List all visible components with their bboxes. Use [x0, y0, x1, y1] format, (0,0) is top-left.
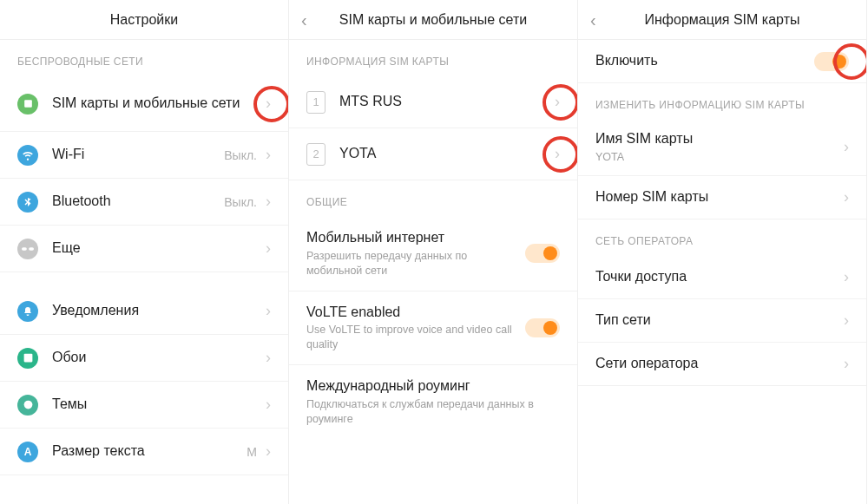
row-notifications[interactable]: Уведомления › [0, 288, 288, 335]
row-subtitle: Разрешить передачу данных по мобильной с… [306, 249, 525, 278]
header: ‹ Информация SIM карты [578, 0, 866, 40]
row-title: Включить [595, 52, 814, 70]
sim-info-panel: ‹ Информация SIM карты Включить ИЗМЕНИТЬ… [578, 0, 867, 504]
row-title: Еще [52, 239, 266, 258]
row-title: YOTA [339, 145, 555, 163]
chevron-right-icon: › [844, 311, 849, 330]
enable-toggle[interactable] [814, 52, 849, 71]
row-sim-number[interactable]: Номер SIM карты › [578, 176, 866, 219]
svg-rect-1 [22, 247, 27, 251]
text-icon: A [17, 442, 38, 462]
chevron-right-icon: › [844, 268, 849, 286]
svg-rect-2 [29, 247, 34, 251]
row-bluetooth[interactable]: Bluetooth Выкл. › [0, 179, 288, 226]
row-volte[interactable]: VoLTE enabled Use VoLTE to improve voice… [289, 291, 577, 366]
mobile-data-toggle[interactable] [525, 244, 560, 263]
sim2-icon: 2 [306, 143, 326, 166]
row-title: VoLTE enabled [306, 304, 525, 322]
bell-icon [17, 301, 38, 322]
section-general: ОБЩИЕ [289, 180, 577, 217]
row-sim2[interactable]: 2 YOTA › [289, 128, 577, 180]
back-button[interactable]: ‹ [301, 10, 307, 29]
row-wallpaper[interactable]: Обои › [0, 335, 288, 382]
row-subtitle: Подключаться к службам передачи данных в… [306, 397, 560, 427]
section-sim-info: ИНФОРМАЦИЯ SIM КАРТЫ [289, 40, 577, 76]
bluetooth-icon [17, 192, 38, 213]
chevron-right-icon: › [266, 95, 271, 113]
row-subtitle: Use VoLTE to improve voice and video cal… [306, 323, 525, 352]
header: Настройки [0, 0, 288, 40]
row-wifi[interactable]: Wi-Fi Выкл. › [0, 132, 288, 179]
row-themes[interactable]: Темы › [0, 382, 288, 429]
row-title: Мобильный интернет [306, 229, 525, 247]
row-title: Тип сети [595, 311, 844, 330]
chevron-right-icon: › [266, 442, 271, 461]
chevron-right-icon: › [266, 239, 271, 258]
chevron-right-icon: › [266, 146, 271, 164]
header-title: Информация SIM карты [645, 12, 800, 28]
row-title: Уведомления [52, 302, 266, 320]
row-sim1[interactable]: 1 MTS RUS › [289, 76, 577, 128]
section-edit-sim: ИЗМЕНИТЬ ИНФОРМАЦИЮ SIM КАРТЫ [578, 83, 866, 120]
row-title: Сети оператора [595, 355, 844, 373]
chevron-right-icon: › [844, 138, 849, 156]
section-operator: СЕТЬ ОПЕРАТОРА [578, 219, 866, 256]
row-operators[interactable]: Сети оператора › [578, 343, 866, 386]
themes-icon [17, 395, 38, 416]
row-value: Выкл. [224, 195, 257, 209]
header: ‹ SIM карты и мобильные сети [289, 0, 577, 40]
row-mobile-data[interactable]: Мобильный интернет Разрешить передачу да… [289, 217, 577, 291]
svg-rect-0 [24, 100, 32, 108]
settings-panel: Настройки БЕСПРОВОДНЫЕ СЕТИ SIM карты и … [0, 0, 289, 504]
row-sim-cards[interactable]: SIM карты и мобильные сети › [0, 76, 288, 132]
row-title: Международный роуминг [306, 377, 560, 396]
volte-toggle[interactable] [525, 318, 560, 337]
sim-networks-panel: ‹ SIM карты и мобильные сети ИНФОРМАЦИЯ … [289, 0, 578, 504]
row-title: Обои [52, 349, 266, 367]
chevron-right-icon: › [555, 145, 560, 163]
row-sim-name[interactable]: Имя SIM карты YOTA › [578, 120, 866, 176]
row-more[interactable]: Еще › [0, 226, 288, 272]
section-wireless: БЕСПРОВОДНЫЕ СЕТИ [0, 40, 288, 76]
row-title: Номер SIM карты [595, 188, 844, 206]
chevron-right-icon: › [266, 302, 271, 320]
chevron-right-icon: › [844, 355, 849, 373]
row-roaming[interactable]: Международный роуминг Подключаться к слу… [289, 365, 577, 439]
row-textsize[interactable]: A Размер текста M › [0, 429, 288, 475]
chevron-right-icon: › [844, 188, 849, 206]
wifi-icon [17, 145, 38, 166]
row-title: MTS RUS [339, 93, 555, 111]
row-title: Bluetooth [52, 193, 224, 211]
chevron-right-icon: › [266, 193, 271, 211]
row-subtitle: YOTA [595, 150, 844, 165]
chevron-right-icon: › [266, 396, 271, 414]
row-title: Точки доступа [595, 268, 844, 286]
sim1-icon: 1 [306, 91, 326, 114]
row-enable[interactable]: Включить [578, 40, 866, 83]
chevron-right-icon: › [266, 349, 271, 367]
chevron-right-icon: › [555, 93, 560, 111]
row-apn[interactable]: Точки доступа › [578, 256, 866, 299]
row-value: M [247, 445, 257, 459]
row-title: SIM карты и мобильные сети [52, 95, 266, 113]
header-title: SIM карты и мобильные сети [339, 12, 527, 28]
sim-icon [17, 94, 38, 115]
row-title: Wi-Fi [52, 146, 224, 164]
back-button[interactable]: ‹ [590, 10, 596, 29]
svg-point-4 [23, 401, 32, 409]
svg-rect-3 [23, 354, 32, 363]
link-icon [17, 239, 38, 259]
row-title: Темы [52, 396, 266, 414]
header-title: Настройки [110, 12, 178, 28]
row-value: Выкл. [224, 148, 257, 162]
row-title: Имя SIM карты [595, 130, 844, 148]
row-network-type[interactable]: Тип сети › [578, 299, 866, 343]
row-title: Размер текста [52, 442, 247, 461]
image-icon [17, 348, 38, 369]
